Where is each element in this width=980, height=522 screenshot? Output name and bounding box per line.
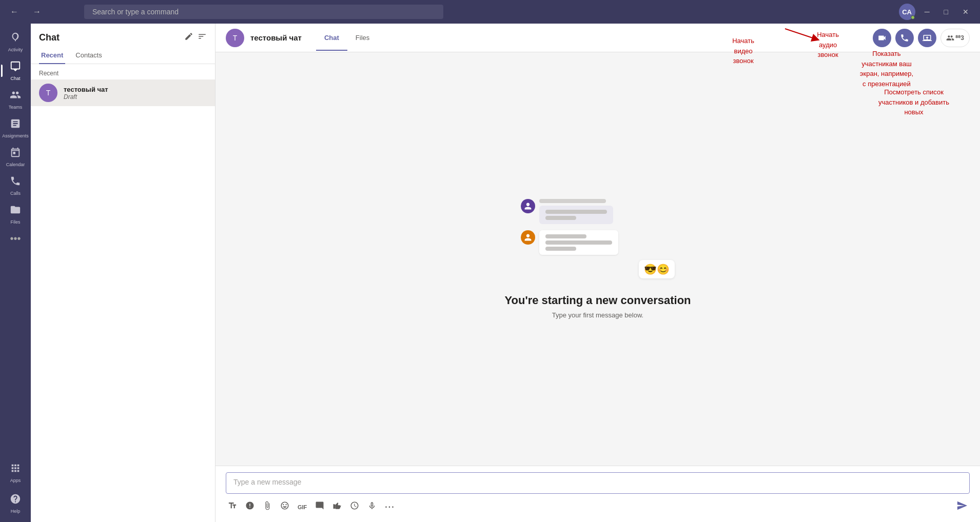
sidebar-item-label: Chat [10, 76, 20, 81]
chat-section-label: Recent [39, 70, 58, 77]
chat-panel-header: Chat [31, 24, 215, 43]
emoji-bubble: 😎😊 [639, 260, 675, 278]
chat-item-info: тестовый чат Draft [64, 86, 207, 101]
online-status-dot [911, 15, 915, 19]
teams-icon [10, 89, 21, 103]
assignments-icon [10, 118, 21, 132]
minimize-button[interactable]: ─ [919, 6, 935, 18]
sidebar-item-label: Assignments [2, 133, 29, 138]
sidebar-bottom: Apps Help [1, 458, 30, 518]
conversation-illustration: 😎😊 [521, 199, 675, 278]
tab-recent[interactable]: Recent [39, 47, 65, 64]
main-content: Т тестовый чат Chat Files ⁸⁸3 [215, 24, 980, 522]
sidebar-item-calls[interactable]: Calls [1, 171, 30, 200]
chat-item-avatar: Т [39, 84, 57, 102]
chat-list: Т тестовый чат Draft [31, 79, 215, 522]
sidebar-item-calendar[interactable]: Calendar [1, 143, 30, 171]
files-icon [10, 204, 21, 218]
annotation-screen-share: Показать участникам ваш экран, например,… [860, 49, 913, 89]
audio-call-button[interactable] [895, 29, 914, 47]
sidebar: Activity Chat Teams Assignments Calendar… [0, 24, 31, 522]
help-icon [10, 493, 21, 507]
praise-button[interactable] [330, 499, 344, 515]
conversation-area: 😎😊 You're starting a new conversation Ty… [215, 52, 980, 466]
msg-avatar-1 [521, 199, 535, 213]
giphy-button[interactable]: GIF [296, 503, 309, 511]
calls-icon [10, 175, 21, 189]
chat-item-name: тестовый чат [64, 86, 207, 93]
chat-panel: Chat Recent Contacts Recent Т тестовый ч… [31, 24, 215, 522]
avatar[interactable]: CA [899, 4, 915, 20]
important-button[interactable] [243, 499, 257, 515]
conversation-empty-title: You're starting a new conversation [504, 294, 691, 307]
message-input-placeholder: Type a new message [226, 472, 970, 494]
chat-item-preview: Draft [64, 93, 207, 101]
calendar-icon [10, 147, 21, 160]
tab-main-files[interactable]: Files [347, 26, 378, 51]
sidebar-item-teams[interactable]: Teams [1, 85, 30, 114]
tab-main-chat[interactable]: Chat [316, 26, 347, 51]
message-input-area: Type a new message GIF [215, 466, 980, 522]
more-icon: ••• [10, 233, 21, 245]
chat-list-item[interactable]: Т тестовый чат Draft [31, 79, 215, 106]
tab-contacts[interactable]: Contacts [73, 47, 104, 64]
sidebar-item-assignments[interactable]: Assignments [1, 114, 30, 143]
sidebar-item-label: Calls [10, 191, 21, 196]
maximize-button[interactable]: □ [939, 6, 953, 18]
sidebar-item-activity[interactable]: Activity [1, 28, 30, 56]
chat-panel-title: Chat [39, 32, 60, 43]
main-chat-avatar: Т [226, 29, 244, 47]
sidebar-item-apps[interactable]: Apps [1, 458, 30, 487]
apps-icon [10, 463, 21, 476]
format-text-button[interactable] [226, 499, 239, 515]
sidebar-item-help[interactable]: Help [1, 489, 30, 518]
chat-panel-tabs: Recent Contacts [31, 43, 215, 64]
titlebar-search [55, 5, 472, 19]
annotation-participants: Посмотреть список участников и добавить … [878, 87, 949, 117]
close-button[interactable]: ✕ [957, 6, 974, 18]
nav-back-button[interactable]: ← [6, 5, 23, 18]
main-chat-title: тестовый чат [250, 33, 302, 42]
sidebar-item-files[interactable]: Files [1, 200, 30, 229]
activity-icon [10, 32, 21, 46]
main-header-tabs: Chat Files [316, 26, 378, 50]
filter-button[interactable] [198, 32, 207, 43]
screen-share-button[interactable] [918, 29, 936, 47]
audio-message-button[interactable] [365, 499, 379, 515]
msg-avatar-2 [521, 230, 535, 245]
conversation-empty-subtitle: Type your first message below. [552, 311, 643, 319]
titlebar-right: CA ─ □ ✕ [899, 4, 974, 20]
main-header: Т тестовый чат Chat Files ⁸⁸3 [215, 24, 980, 52]
sidebar-item-label: Activity [8, 47, 23, 52]
nav-forward-button[interactable]: → [29, 5, 45, 18]
main-header-actions: ⁸⁸3 [873, 29, 970, 47]
message-toolbar: GIF ··· [226, 494, 970, 518]
emoji-button[interactable] [278, 499, 291, 515]
sidebar-item-label: Teams [9, 105, 23, 110]
send-meeting-button[interactable] [348, 499, 361, 515]
sidebar-item-label: Apps [10, 478, 21, 483]
chat-section-recent: Recent [31, 64, 215, 79]
compose-button[interactable] [184, 32, 193, 43]
search-input[interactable] [84, 5, 443, 19]
sidebar-item-chat[interactable]: Chat [1, 56, 30, 85]
sticker-button[interactable] [313, 499, 326, 515]
sidebar-item-label: Calendar [6, 162, 25, 167]
titlebar: ← → CA ─ □ ✕ [0, 0, 980, 24]
send-button[interactable] [954, 498, 970, 516]
sidebar-item-label: Help [11, 509, 21, 514]
participants-button[interactable]: ⁸⁸3 [940, 29, 970, 47]
main-header-left: Т тестовый чат Chat Files [226, 26, 378, 50]
titlebar-nav: ← → [6, 5, 45, 18]
chat-icon [10, 61, 21, 74]
sidebar-item-label: Files [10, 219, 20, 225]
sidebar-more-button[interactable]: ••• [1, 229, 30, 249]
more-options-button[interactable]: ··· [383, 499, 397, 514]
attach-button[interactable] [261, 499, 274, 515]
video-call-button[interactable] [873, 29, 891, 47]
